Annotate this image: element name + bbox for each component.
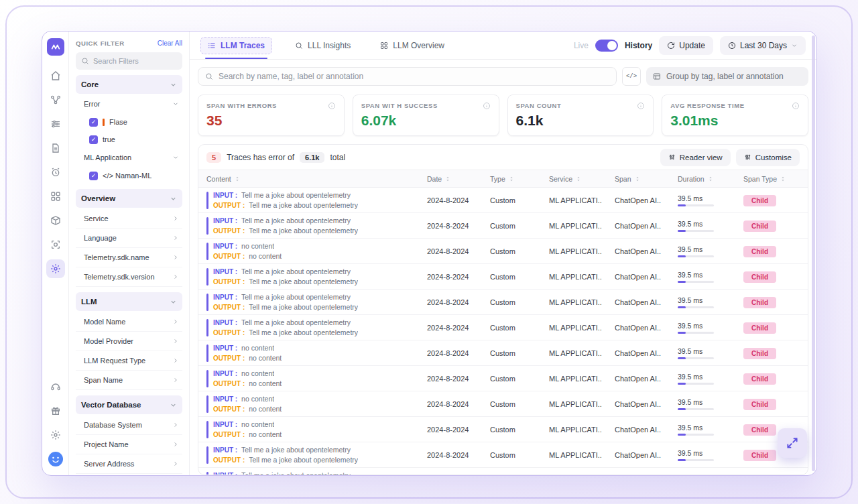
column-header[interactable]: Span Type bbox=[743, 175, 800, 183]
group-by-input[interactable] bbox=[666, 72, 802, 81]
gift-icon[interactable] bbox=[46, 401, 65, 420]
table-row[interactable]: INPUT : no content OUTPUT : no content 2… bbox=[198, 340, 808, 366]
filter-search-input[interactable] bbox=[93, 57, 177, 65]
tab-llm-traces[interactable]: LLM Traces bbox=[200, 37, 272, 54]
checkbox-true[interactable]: true bbox=[76, 131, 182, 147]
ml-application-header[interactable]: ML Application bbox=[76, 149, 182, 166]
column-label: Date bbox=[427, 175, 442, 183]
subsection-label: ML Application bbox=[84, 153, 131, 162]
cell-content: INPUT : no content OUTPUT : no content bbox=[206, 366, 423, 391]
scrollbar[interactable] bbox=[812, 36, 815, 471]
apps-grid-icon[interactable] bbox=[46, 187, 65, 206]
cell-span-type: Child bbox=[743, 196, 800, 204]
tab-llm-overview[interactable]: LLM Overview bbox=[373, 38, 451, 54]
gear-icon[interactable] bbox=[46, 426, 65, 444]
table-row[interactable]: INPUT : Tell me a joke about opentelemet… bbox=[198, 315, 808, 340]
table-row[interactable]: INPUT : Tell me a joke about opentelemet… bbox=[198, 213, 808, 239]
cell-span: ChatOpen AI.. bbox=[615, 324, 674, 332]
column-header[interactable]: Service bbox=[549, 175, 611, 183]
tab-label: LLL Insights bbox=[308, 41, 351, 50]
filter-list-item[interactable]: Server Address bbox=[76, 454, 182, 474]
date-range-button[interactable]: Last 30 Days bbox=[720, 36, 806, 55]
headset-icon[interactable] bbox=[46, 377, 65, 396]
input-text: Tell me a joke about opentelemetry bbox=[241, 318, 351, 327]
error-group-header[interactable]: Error bbox=[76, 95, 182, 113]
column-header[interactable]: Content bbox=[206, 175, 423, 183]
filter-item-label: Language bbox=[84, 234, 117, 242]
cell-type: Custom bbox=[490, 349, 545, 357]
app-logo[interactable] bbox=[47, 38, 64, 56]
filter-list-item[interactable]: Project Name bbox=[76, 435, 182, 454]
code-filter-button[interactable]: </> bbox=[622, 67, 641, 86]
filter-list-item[interactable]: Database System bbox=[76, 416, 182, 435]
reader-view-button[interactable]: Reader view bbox=[660, 149, 731, 166]
tab-lll-insights[interactable]: LLL Insights bbox=[288, 38, 357, 54]
filter-section-core: Core Error Flase true ML Applicat bbox=[76, 75, 182, 184]
scan-search-icon[interactable] bbox=[46, 235, 65, 254]
filter-list-item[interactable]: LLM Request Type bbox=[76, 351, 182, 371]
column-header[interactable]: Span bbox=[615, 175, 674, 183]
user-avatar[interactable] bbox=[46, 450, 65, 468]
table-row[interactable]: INPUT : Tell me a joke about opentelemet… bbox=[198, 290, 808, 315]
table-row[interactable]: INPUT : no content OUTPUT : no content 2… bbox=[198, 417, 808, 442]
cell-content: INPUT : no content OUTPUT : no content bbox=[206, 340, 423, 365]
row-accent-bar bbox=[206, 344, 208, 362]
duration-value: 39.5 ms bbox=[678, 347, 702, 355]
filter-sliders-icon[interactable] bbox=[46, 115, 65, 133]
table-row[interactable]: INPUT : Tell me a joke about opentelemet… bbox=[198, 188, 808, 213]
chevron-down-icon bbox=[172, 154, 179, 161]
sort-icon bbox=[707, 176, 714, 182]
column-header[interactable]: Duration bbox=[678, 175, 739, 183]
settings-icon[interactable] bbox=[46, 259, 65, 278]
cell-content: INPUT : no content OUTPUT : no content bbox=[206, 239, 423, 263]
history-toggle[interactable] bbox=[595, 40, 618, 52]
package-icon[interactable] bbox=[46, 211, 65, 230]
home-icon[interactable] bbox=[46, 66, 65, 85]
date-range-label: Last 30 Days bbox=[740, 41, 787, 50]
filter-list-item[interactable]: Span Name bbox=[76, 371, 182, 390]
table-row[interactable]: INPUT : no content OUTPUT : no content 2… bbox=[198, 391, 808, 417]
output-label: OUTPUT : bbox=[213, 252, 245, 261]
filter-list-item[interactable]: Model Provider bbox=[76, 332, 182, 351]
column-header[interactable]: Type bbox=[490, 175, 545, 183]
info-icon[interactable] bbox=[637, 102, 645, 110]
filter-list-item[interactable]: Language bbox=[76, 229, 182, 248]
expand-button[interactable] bbox=[778, 428, 807, 458]
duration-value: 39.5 ms bbox=[678, 424, 702, 432]
table-row[interactable]: INPUT : Tell me a joke about opentelemet… bbox=[198, 264, 808, 290]
alarm-clock-icon[interactable] bbox=[46, 163, 65, 182]
table-row[interactable]: INPUT : Tell me a joke about opentelemet… bbox=[198, 442, 808, 468]
section-vector-database-header[interactable]: Vector Database bbox=[76, 395, 182, 414]
input-label: INPUT : bbox=[213, 471, 237, 475]
update-button[interactable]: Update bbox=[659, 36, 713, 55]
filter-list-item[interactable]: Telemetry.sdk.version bbox=[76, 267, 182, 287]
column-header[interactable]: Date bbox=[427, 175, 486, 183]
clear-all-link[interactable]: Clear All bbox=[158, 40, 182, 47]
table-row[interactable]: INPUT : no content OUTPUT : no content 2… bbox=[198, 366, 808, 391]
stat-value: 35 bbox=[206, 113, 336, 129]
total-count-badge: 6.1k bbox=[300, 152, 324, 163]
info-icon[interactable] bbox=[792, 102, 800, 110]
filter-list-item[interactable]: Model Name bbox=[76, 312, 182, 332]
filter-list-item[interactable]: Telemetry.sdk.name bbox=[76, 248, 182, 267]
output-text: no content bbox=[249, 353, 282, 363]
table-row[interactable]: INPUT : no content OUTPUT : no content 2… bbox=[198, 239, 808, 264]
summary-text: Traces has error of bbox=[227, 153, 294, 162]
section-overview-header[interactable]: Overview bbox=[76, 189, 182, 208]
cell-span-type: Child bbox=[743, 298, 800, 306]
info-icon[interactable] bbox=[483, 102, 491, 110]
checkbox-naman-ml[interactable]: </> Naman-ML bbox=[76, 168, 182, 184]
workflow-icon[interactable] bbox=[46, 90, 65, 109]
info-icon[interactable] bbox=[328, 102, 336, 110]
cell-type: Custom bbox=[490, 451, 545, 459]
reader-view-label: Reader view bbox=[680, 153, 723, 162]
customise-button[interactable]: Customise bbox=[736, 149, 800, 166]
table-row[interactable]: INPUT : Tell me a joke about opentelemet… bbox=[198, 468, 808, 475]
filter-list-item[interactable]: Service bbox=[76, 209, 182, 229]
document-icon[interactable] bbox=[46, 139, 65, 158]
section-core-header[interactable]: Core bbox=[76, 75, 182, 94]
section-llm-header[interactable]: LLM bbox=[76, 292, 182, 311]
trace-search-input[interactable] bbox=[219, 72, 609, 81]
chevron-right-icon bbox=[172, 338, 179, 344]
checkbox-flase[interactable]: Flase bbox=[76, 114, 182, 130]
